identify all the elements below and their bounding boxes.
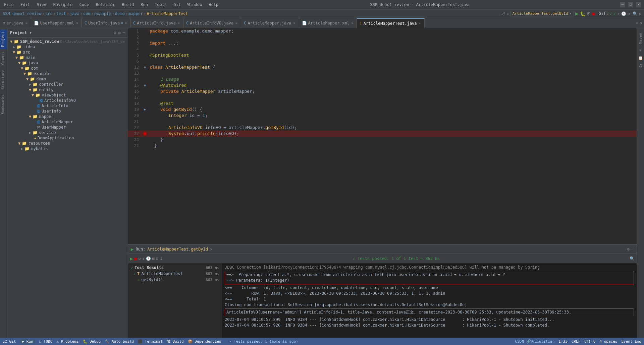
todo-button[interactable]: ☐ TODO — [39, 339, 53, 344]
tab-articleinfo-java[interactable]: C ArticleInfo.java ✕ — [130, 18, 183, 28]
event-log-button[interactable]: Event Log — [621, 339, 641, 344]
right-strip-icon2[interactable]: 📋 — [637, 55, 644, 61]
breadcrumb-project[interactable]: SSM_demo1_review — [3, 11, 42, 16]
undo-button[interactable]: ↺ — [628, 11, 630, 16]
tab-articlemappertest-java[interactable]: T ArticleMapperTest.java ✕ — [357, 18, 424, 28]
git-history[interactable]: 🕐 — [621, 11, 626, 16]
problems-button[interactable]: ⚠ Problems — [56, 339, 78, 344]
search-in-run[interactable]: 🔍 — [630, 256, 635, 261]
tree-userinfo[interactable]: C UserInfo — [7, 109, 128, 114]
git-status[interactable]: ⎇ Git — [3, 339, 16, 344]
tab-articlemapper-java[interactable]: C ArticleMapper.java ✕ — [241, 18, 299, 28]
menu-code[interactable]: Code — [78, 2, 91, 8]
tree-mybatis[interactable]: ▶ 📁 mybatis — [7, 146, 128, 151]
git-arrow[interactable]: ↗ — [617, 11, 620, 16]
breadcrumb-test[interactable]: test — [56, 11, 66, 16]
breadcrumb-java[interactable]: java — [70, 11, 79, 16]
maximize-button[interactable]: □ — [628, 2, 633, 7]
tree-articleinfo[interactable]: C ArticleInfo — [7, 103, 128, 109]
breakpoint-indicator[interactable] — [143, 132, 147, 135]
minimize-button[interactable]: ─ — [620, 2, 625, 7]
code-line-13[interactable]: 13 — [128, 70, 637, 76]
tree-mapper[interactable]: ▼ 📁 mapper — [7, 114, 128, 119]
code-line-21[interactable]: 21 — [128, 119, 637, 125]
scroll-to-end-button[interactable]: ⤓ — [160, 256, 163, 261]
search-button[interactable]: 🔍 — [633, 11, 638, 16]
collapse-all-icon[interactable]: ≡ — [114, 30, 116, 35]
tree-example[interactable]: ▼ 📁 example — [7, 71, 128, 76]
dependencies-button[interactable]: 📦 Dependencies — [188, 339, 221, 344]
debug-button[interactable]: 🐛 — [580, 11, 586, 16]
back-button[interactable]: ◂ — [506, 11, 509, 16]
code-line-16[interactable]: 16 private ArticleMapper articleMapper; — [128, 88, 637, 94]
tab-articlemapper-xml[interactable]: 📄 ArticleMapper.xml ✕ — [299, 18, 357, 28]
run-with-coverage[interactable]: ⛨ — [587, 11, 591, 16]
run-status[interactable]: ▶ Run — [20, 339, 35, 344]
build-button[interactable]: 🏗 Build — [167, 339, 184, 344]
tree-demoapplication[interactable]: ◈ DemoApplication — [7, 135, 128, 141]
line-ending[interactable]: CRLF — [572, 339, 581, 344]
menu-window[interactable]: Window — [186, 2, 203, 8]
csdn-link[interactable]: CSDN 🔗赤Liulilian — [515, 339, 555, 344]
code-line-20[interactable]: 20 Integer id = 1; — [128, 113, 637, 119]
indent-info[interactable]: 4 spaces — [599, 339, 617, 344]
tab-overflow[interactable]: ▾ — [636, 21, 638, 25]
menu-tools[interactable]: Tools — [153, 2, 168, 8]
breadcrumb-src[interactable]: src — [45, 11, 53, 16]
tree-src[interactable]: ▼ 📁 src — [7, 50, 128, 55]
run-label[interactable]: Run: — [136, 247, 145, 252]
run-button[interactable]: ▶ — [575, 10, 579, 17]
code-content[interactable]: 1 package com.example.demo.mapper; 2 3 i… — [128, 28, 637, 244]
breadcrumb-example[interactable]: example — [94, 11, 111, 16]
git-check1[interactable]: ✓ — [610, 11, 612, 16]
rerun-button[interactable]: ▶ — [130, 256, 133, 261]
run-minimize-icon[interactable]: ─ — [632, 247, 634, 252]
code-line-5[interactable]: 5 @SpringBootTest — [128, 52, 637, 58]
maven-button[interactable]: Maven — [638, 31, 643, 46]
code-line-4[interactable]: 4 — [128, 46, 637, 52]
close-sidebar-icon[interactable]: ─ — [123, 30, 125, 35]
collapse-all-bottom[interactable]: ⊟ — [156, 256, 158, 261]
breadcrumb-file[interactable]: ArticleMapperTest — [147, 11, 188, 16]
tab-articleinfovo-java[interactable]: C ArticleInfoVO.java ✕ — [183, 18, 241, 28]
tree-viewobject[interactable]: ▼ 📁 viewobject — [7, 92, 128, 98]
right-strip-icon1[interactable]: ≡ — [638, 47, 643, 54]
menu-help[interactable]: Help — [207, 2, 220, 8]
code-line-24[interactable]: 23 } — [128, 137, 637, 143]
tree-articlemapper[interactable]: C ArticleMapper — [7, 119, 128, 125]
menu-navigate[interactable]: Navigate — [52, 2, 74, 8]
menu-edit[interactable]: Edit — [19, 2, 32, 8]
auto-build-status[interactable]: 🔨 Auto-build — [105, 339, 134, 344]
encoding[interactable]: UTF-8 — [584, 339, 595, 344]
code-line-14[interactable]: 14 1 usage — [128, 76, 637, 82]
breadcrumb-com[interactable]: com — [83, 11, 91, 16]
sort-duration-button[interactable]: 🕐 — [146, 256, 151, 261]
menu-refactor[interactable]: Refactor — [94, 2, 116, 8]
close-button[interactable]: ✕ — [636, 2, 641, 7]
tree-main[interactable]: ▼ 📁 main — [7, 55, 128, 60]
right-strip-icon3[interactable]: 🖨 — [638, 63, 643, 69]
rerun-failed-button[interactable]: ↺ — [138, 256, 141, 261]
menu-view[interactable]: View — [36, 2, 48, 8]
tab-er-java[interactable]: ⚙ er.java ✕ — [0, 18, 31, 28]
sidebar-header-icons[interactable]: ≡ ⚙ ─ — [114, 30, 125, 35]
terminal-button[interactable]: ⬛ Terminal — [138, 339, 163, 344]
menu-build[interactable]: Build — [120, 2, 135, 8]
commit-panel-button[interactable]: Commit — [0, 50, 7, 67]
code-line-22[interactable]: 22 ArticleInfoVO infoVO = articleMapper.… — [128, 125, 637, 131]
run-close[interactable]: ✕ — [210, 247, 212, 252]
menu-git[interactable]: Git — [172, 2, 182, 8]
tree-articleinfovo[interactable]: C ArticleInfoVO — [7, 98, 128, 103]
settings-button[interactable]: ⚙ — [639, 11, 641, 16]
project-panel-button[interactable]: Project — [0, 29, 7, 49]
tree-java[interactable]: ▼ 📁 java — [7, 60, 128, 66]
expand-all-button[interactable]: ⊞ — [152, 256, 155, 261]
tree-usermapper[interactable]: 🗺 UserMapper — [7, 125, 128, 130]
window-controls[interactable]: ─ □ ✕ — [620, 2, 641, 7]
code-line-6[interactable]: 6 — [128, 58, 637, 64]
code-line-2[interactable]: 2 — [128, 34, 637, 40]
code-line-17[interactable]: 17 — [128, 94, 637, 100]
code-line-18[interactable]: 18 @Test — [128, 100, 637, 107]
run-config-dropdown[interactable]: ▾ — [569, 11, 572, 16]
code-line-25[interactable]: 24 } — [128, 143, 637, 149]
